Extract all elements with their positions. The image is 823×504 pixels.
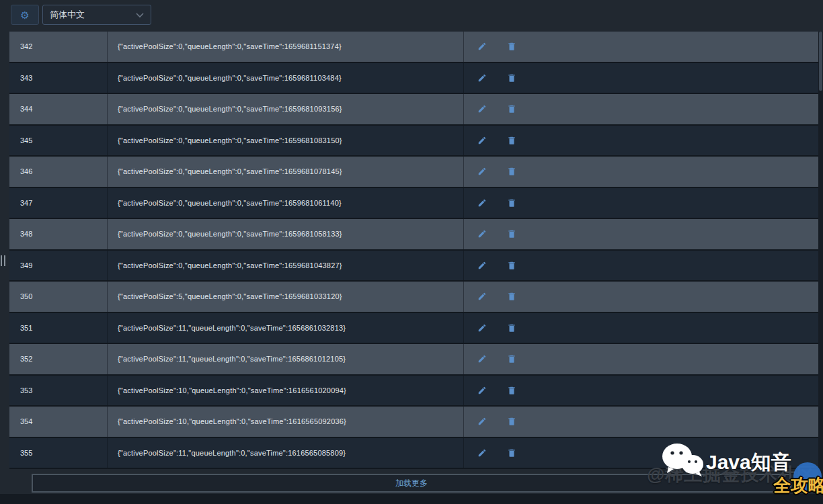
edit-icon[interactable] xyxy=(477,229,487,239)
delete-icon[interactable] xyxy=(507,448,516,458)
row-payload-cell: {"activePoolSize":0,"queueLength":0,"sav… xyxy=(108,94,464,124)
edit-icon[interactable] xyxy=(477,167,487,176)
edit-icon[interactable] xyxy=(477,104,487,114)
delete-icon[interactable] xyxy=(507,229,516,239)
delete-icon[interactable] xyxy=(507,261,516,270)
table-row: 346 {"activePoolSize":0,"queueLength":0,… xyxy=(9,157,818,188)
delete-icon[interactable] xyxy=(507,292,516,301)
table-row: 348 {"activePoolSize":0,"queueLength":0,… xyxy=(9,219,818,251)
row-actions-cell xyxy=(464,407,818,437)
row-id-cell: 351 xyxy=(9,313,108,343)
table-row: 352 {"activePoolSize":11,"queueLength":0… xyxy=(9,344,818,376)
row-payload-cell: {"activePoolSize":0,"queueLength":0,"sav… xyxy=(108,251,464,281)
row-id-cell: 349 xyxy=(9,251,108,281)
table-row: 353 {"activePoolSize":10,"queueLength":0… xyxy=(9,376,818,407)
row-payload-cell: {"activePoolSize":5,"queueLength":0,"sav… xyxy=(108,282,464,312)
edit-icon[interactable] xyxy=(477,354,487,364)
edit-icon[interactable] xyxy=(477,417,487,426)
row-id-cell: 355 xyxy=(9,438,108,468)
row-id-cell: 354 xyxy=(9,407,108,437)
panel-resize-handle[interactable] xyxy=(1,254,6,267)
row-id-cell: 346 xyxy=(9,157,108,187)
bottom-band xyxy=(0,494,823,504)
table-row: 350 {"activePoolSize":5,"queueLength":0,… xyxy=(9,282,818,313)
row-actions-cell xyxy=(464,251,818,281)
row-actions-cell xyxy=(464,376,818,406)
table-row: 345 {"activePoolSize":0,"queueLength":0,… xyxy=(9,126,818,157)
row-payload-cell: {"activePoolSize":0,"queueLength":0,"sav… xyxy=(108,63,464,93)
toolbar: ⚙ 简体中文 xyxy=(11,5,151,25)
row-payload-cell: {"activePoolSize":0,"queueLength":0,"sav… xyxy=(108,157,464,187)
row-id-cell: 343 xyxy=(9,63,108,93)
row-actions-cell xyxy=(464,313,818,343)
row-payload-cell: {"activePoolSize":0,"queueLength":0,"sav… xyxy=(108,219,464,249)
row-id-cell: 347 xyxy=(9,188,108,218)
delete-icon[interactable] xyxy=(507,323,516,333)
table-row: 343 {"activePoolSize":0,"queueLength":0,… xyxy=(9,63,818,95)
edit-icon[interactable] xyxy=(477,323,487,333)
row-payload-cell: {"activePoolSize":10,"queueLength":0,"sa… xyxy=(108,376,464,406)
table-row: 344 {"activePoolSize":0,"queueLength":0,… xyxy=(9,94,818,126)
edit-icon[interactable] xyxy=(477,198,487,208)
row-actions-cell xyxy=(464,126,818,156)
settings-button[interactable]: ⚙ xyxy=(11,5,39,25)
delete-icon[interactable] xyxy=(507,73,516,83)
edit-icon[interactable] xyxy=(477,73,487,83)
row-id-cell: 342 xyxy=(9,32,108,62)
table-row: 342 {"activePoolSize":0,"queueLength":0,… xyxy=(9,32,818,63)
row-id-cell: 352 xyxy=(9,344,108,374)
row-payload-cell: {"activePoolSize":11,"queueLength":0,"sa… xyxy=(108,344,464,374)
delete-icon[interactable] xyxy=(507,386,516,395)
row-actions-cell xyxy=(464,344,818,374)
table-row: 351 {"activePoolSize":11,"queueLength":0… xyxy=(9,313,818,345)
edit-icon[interactable] xyxy=(477,42,487,51)
row-payload-cell: {"activePoolSize":0,"queueLength":0,"sav… xyxy=(108,32,464,62)
delete-icon[interactable] xyxy=(507,354,516,364)
row-actions-cell xyxy=(464,94,818,124)
table-row: 347 {"activePoolSize":0,"queueLength":0,… xyxy=(9,188,818,220)
load-more-button[interactable]: 加载更多 xyxy=(32,474,791,493)
row-actions-cell xyxy=(464,63,818,93)
row-actions-cell xyxy=(464,438,818,468)
row-actions-cell xyxy=(464,32,818,62)
row-actions-cell xyxy=(464,219,818,249)
row-actions-cell xyxy=(464,282,818,312)
table-row: 355 {"activePoolSize":11,"queueLength":0… xyxy=(9,438,818,470)
edit-icon[interactable] xyxy=(477,448,487,458)
row-id-cell: 350 xyxy=(9,282,108,312)
row-id-cell: 344 xyxy=(9,94,108,124)
delete-icon[interactable] xyxy=(507,167,516,176)
delete-icon[interactable] xyxy=(507,417,516,426)
chevron-down-icon xyxy=(136,9,144,21)
delete-icon[interactable] xyxy=(507,42,516,51)
edit-icon[interactable] xyxy=(477,386,487,395)
language-select[interactable]: 简体中文 xyxy=(42,5,151,25)
row-id-cell: 348 xyxy=(9,219,108,249)
row-payload-cell: {"activePoolSize":0,"queueLength":0,"sav… xyxy=(108,126,464,156)
table-row: 349 {"activePoolSize":0,"queueLength":0,… xyxy=(9,251,818,282)
edit-icon[interactable] xyxy=(477,292,487,301)
row-payload-cell: {"activePoolSize":0,"queueLength":0,"sav… xyxy=(108,188,464,218)
row-payload-cell: {"activePoolSize":11,"queueLength":0,"sa… xyxy=(108,438,464,468)
row-payload-cell: {"activePoolSize":10,"queueLength":0,"sa… xyxy=(108,407,464,437)
load-more-label: 加载更多 xyxy=(395,478,428,489)
row-id-cell: 353 xyxy=(9,376,108,406)
data-table: 342 {"activePoolSize":0,"queueLength":0,… xyxy=(9,32,818,469)
language-select-value: 简体中文 xyxy=(50,9,136,21)
edit-icon[interactable] xyxy=(477,261,487,270)
scrollbar-track[interactable] xyxy=(818,32,823,493)
edit-icon[interactable] xyxy=(477,136,487,145)
delete-icon[interactable] xyxy=(507,136,516,145)
gear-icon: ⚙ xyxy=(20,10,29,20)
row-actions-cell xyxy=(464,157,818,187)
row-payload-cell: {"activePoolSize":11,"queueLength":0,"sa… xyxy=(108,313,464,343)
delete-icon[interactable] xyxy=(507,198,516,208)
scrollbar-thumb[interactable] xyxy=(819,32,822,91)
row-actions-cell xyxy=(464,188,818,218)
table-row: 354 {"activePoolSize":10,"queueLength":0… xyxy=(9,407,818,438)
delete-icon[interactable] xyxy=(507,104,516,114)
row-id-cell: 345 xyxy=(9,126,108,156)
